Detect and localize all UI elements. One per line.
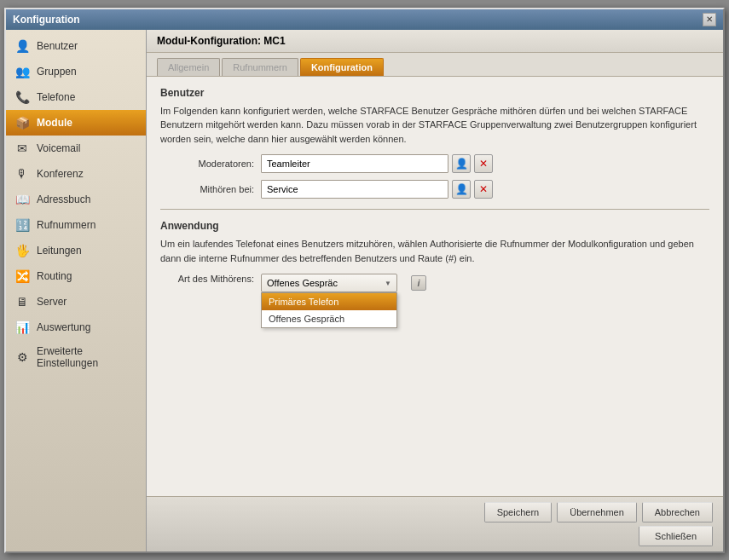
- routing-icon: 🔀: [14, 268, 30, 284]
- tab-rufnummern[interactable]: Rufnummern: [222, 58, 298, 76]
- adressbuch-icon: 📖: [14, 192, 30, 207]
- window-title: Konfiguration: [13, 14, 80, 26]
- schliessen-button[interactable]: Schließen: [639, 526, 713, 546]
- leitungen-icon: 🖐: [14, 243, 30, 258]
- module-icon: 📦: [14, 115, 30, 130]
- sidebar-item-routing[interactable]: 🔀Routing: [6, 263, 146, 289]
- sidebar-label-server: Server: [37, 296, 67, 308]
- content-area: Benutzer Im Folgenden kann konfiguriert …: [147, 77, 723, 496]
- abbrechen-button[interactable]: Abbrechen: [642, 502, 713, 522]
- footer: Speichern Übernehmen Abbrechen Schließen: [147, 496, 723, 551]
- sidebar-label-konferenz: Konferenz: [37, 168, 84, 180]
- module-header-name: MC1: [263, 35, 285, 47]
- sidebar-label-auswertung: Auswertung: [37, 321, 90, 333]
- sidebar-item-adressbuch[interactable]: 📖Adressbuch: [6, 187, 146, 212]
- server-icon: 🖥: [14, 294, 30, 309]
- info-icon[interactable]: i: [411, 275, 426, 291]
- sidebar-item-leitungen[interactable]: 🖐Leitungen: [6, 238, 146, 263]
- sidebar-label-telefone: Telefone: [37, 91, 75, 103]
- sidebar-item-gruppen[interactable]: 👥Gruppen: [6, 59, 146, 84]
- footer-main-buttons: Speichern Übernehmen Abbrechen: [157, 502, 713, 522]
- sidebar-label-gruppen: Gruppen: [37, 66, 77, 78]
- footer-close-row: Schließen: [157, 526, 713, 546]
- section-divider: [160, 209, 709, 210]
- sidebar-item-benutzer[interactable]: 👤Benutzer: [6, 33, 146, 59]
- benutzer-icon: 👤: [14, 38, 30, 54]
- sidebar: 👤Benutzer👥Gruppen📞Telefone📦Module✉Voicem…: [6, 30, 147, 551]
- anwendung-description: Um ein laufendes Telefonat eines Benutze…: [160, 237, 709, 265]
- benutzer-description: Im Folgenden kann konfiguriert werden, w…: [160, 104, 709, 147]
- moderatoren-label: Moderatoren:: [160, 159, 254, 169]
- module-header-prefix: Modul-Konfiguration:: [157, 35, 261, 47]
- mithoeren-label: Mithören bei:: [160, 184, 254, 194]
- dropdown-item-primaeres[interactable]: Primäres Telefon: [262, 293, 396, 310]
- anwendung-title: Anwendung: [160, 220, 709, 232]
- sidebar-item-voicemail[interactable]: ✉Voicemail: [6, 136, 146, 161]
- sidebar-label-erweiterte: Erweiterte Einstellungen: [37, 345, 98, 369]
- mithoeren-input[interactable]: [261, 180, 448, 199]
- erweiterte-icon: ⚙: [14, 349, 30, 365]
- art-dropdown[interactable]: Offenes Gespräc ▼: [261, 274, 397, 292]
- benutzer-section-title: Benutzer: [160, 87, 709, 99]
- moderatoren-user-icon[interactable]: 👤: [452, 154, 471, 173]
- sidebar-item-telefone[interactable]: 📞Telefone: [6, 84, 146, 110]
- main-window: Konfiguration ✕ 👤Benutzer👥Gruppen📞Telefo…: [4, 8, 725, 553]
- art-dropdown-container: Offenes Gespräc ▼ Primäres Telefon Offen…: [261, 274, 397, 292]
- sidebar-label-adressbuch: Adressbuch: [37, 193, 90, 205]
- telefone-icon: 📞: [14, 89, 30, 105]
- auswertung-icon: 📊: [14, 320, 30, 335]
- moderatoren-input[interactable]: [261, 154, 448, 173]
- mithoeren-field-group: 👤 ✕: [261, 180, 493, 199]
- mithoeren-row: Mithören bei: 👤 ✕: [160, 180, 709, 199]
- art-row: Art des Mithörens: Offenes Gespräc ▼ Pri…: [160, 274, 709, 292]
- voicemail-icon: ✉: [14, 141, 30, 156]
- window-body: 👤Benutzer👥Gruppen📞Telefone📦Module✉Voicem…: [6, 30, 723, 551]
- sidebar-label-leitungen: Leitungen: [37, 245, 82, 257]
- sidebar-item-auswertung[interactable]: 📊Auswertung: [6, 315, 146, 340]
- tab-konfiguration[interactable]: Konfiguration: [300, 58, 384, 76]
- tab-allgemein[interactable]: Allgemein: [157, 58, 220, 76]
- gruppen-icon: 👥: [14, 64, 30, 79]
- art-label: Art des Mithörens:: [160, 274, 254, 284]
- moderatoren-field-group: 👤 ✕: [261, 154, 493, 173]
- uebernehmen-button[interactable]: Übernehmen: [557, 502, 637, 522]
- sidebar-label-benutzer: Benutzer: [37, 40, 78, 52]
- mithoeren-clear-button[interactable]: ✕: [474, 180, 493, 199]
- sidebar-label-rufnummern: Rufnummern: [37, 219, 95, 231]
- module-header: Modul-Konfiguration: MC1: [147, 30, 723, 53]
- sidebar-item-konferenz[interactable]: 🎙Konferenz: [6, 161, 146, 187]
- konferenz-icon: 🎙: [14, 166, 30, 182]
- moderatoren-row: Moderatoren: 👤 ✕: [160, 154, 709, 173]
- close-button[interactable]: ✕: [703, 13, 716, 26]
- sidebar-item-server[interactable]: 🖥Server: [6, 289, 146, 315]
- title-bar: Konfiguration ✕: [6, 9, 723, 30]
- sidebar-label-module: Module: [37, 117, 72, 129]
- moderatoren-clear-button[interactable]: ✕: [474, 154, 493, 173]
- dropdown-arrow-icon: ▼: [385, 280, 391, 287]
- dropdown-menu: Primäres Telefon Offenes Gespräch: [261, 292, 397, 328]
- sidebar-item-erweiterte[interactable]: ⚙Erweiterte Einstellungen: [6, 340, 146, 374]
- speichern-button[interactable]: Speichern: [484, 502, 553, 522]
- sidebar-item-module[interactable]: 📦Module: [6, 110, 146, 136]
- mithoeren-user-icon[interactable]: 👤: [452, 180, 471, 199]
- sidebar-label-voicemail: Voicemail: [37, 142, 80, 154]
- sidebar-item-rufnummern[interactable]: 🔢Rufnummern: [6, 212, 146, 238]
- rufnummern-icon: 🔢: [14, 217, 30, 233]
- anwendung-section: Anwendung Um ein laufendes Telefonat ein…: [160, 220, 709, 292]
- tab-bar: Allgemein Rufnummern Konfiguration: [147, 53, 723, 77]
- main-content: Modul-Konfiguration: MC1 Allgemein Rufnu…: [147, 30, 723, 551]
- sidebar-label-routing: Routing: [37, 270, 72, 282]
- dropdown-item-offenes[interactable]: Offenes Gespräch: [262, 310, 396, 327]
- dropdown-current-value: Offenes Gespräc: [267, 278, 338, 288]
